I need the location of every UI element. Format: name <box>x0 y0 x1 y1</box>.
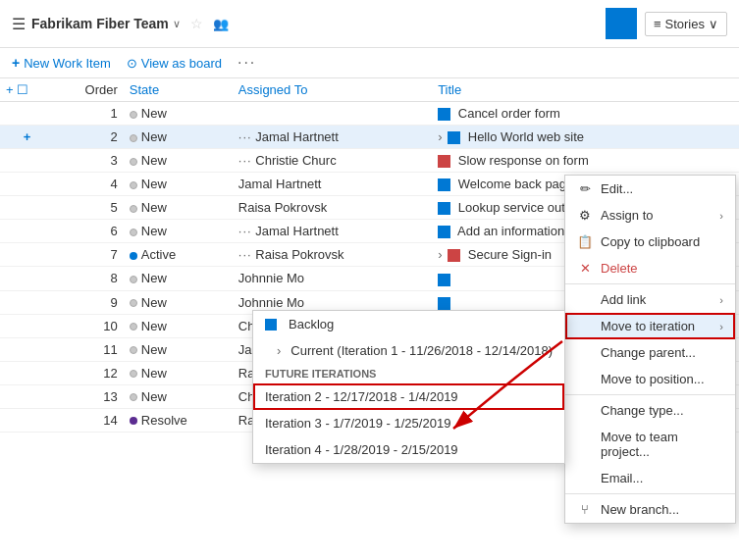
state-dot <box>130 276 137 283</box>
row-state: Resolve <box>124 408 233 432</box>
submenu-arrow-icon: › <box>719 294 723 306</box>
state-dot <box>130 111 137 119</box>
context-menu-item[interactable]: Change parent... <box>565 339 735 366</box>
toolbar: + New Work Item ⊙ View as board ··· <box>0 48 739 78</box>
work-item-type-icon <box>438 226 450 238</box>
stories-dropdown-icon: ∨ <box>709 17 718 31</box>
row-title[interactable]: › Hello World web site <box>432 126 739 149</box>
menu-item-icon: ✕ <box>577 261 593 276</box>
row-order: 6 <box>54 220 124 243</box>
submenu-item[interactable]: Iteration 4 - 1/28/2019 - 2/15/2019 <box>253 436 564 463</box>
col-order-header[interactable]: Order <box>54 78 124 102</box>
row-dots-btn[interactable]: ··· <box>238 247 252 262</box>
menu-item-label: Move to team project... <box>601 430 723 459</box>
row-order: 11 <box>54 337 124 361</box>
view-as-board-label: View as board <box>141 56 222 71</box>
work-item-type-icon <box>438 178 450 191</box>
row-expand-icon[interactable]: › <box>438 129 442 144</box>
favorite-icon[interactable]: ☆ <box>190 16 203 31</box>
work-item-type-icon <box>448 249 460 262</box>
submenu-indent-arrow: › <box>277 343 281 358</box>
context-menu-item[interactable]: 📋 Copy to clipboard <box>565 229 735 255</box>
context-menu-item[interactable]: Change type... <box>565 397 735 424</box>
row-add-cell <box>0 102 54 126</box>
submenu-item[interactable]: Iteration 3 - 1/7/2019 - 1/25/2019 <box>253 410 564 436</box>
menu-item-label: Email... <box>601 471 723 485</box>
row-assigned <box>233 102 432 126</box>
submenu-item[interactable]: ›Current (Iteration 1 - 11/26/2018 - 12/… <box>253 337 564 364</box>
row-order: 5 <box>54 196 124 220</box>
context-menu-item[interactable]: ✕ Delete <box>565 255 735 281</box>
submenu-item-label: Current (Iteration 1 - 11/26/2018 - 12/1… <box>290 343 553 358</box>
context-menu-item[interactable]: Move to iteration › <box>565 313 735 339</box>
submenu-arrow-icon: › <box>719 321 723 332</box>
menu-item-label: Add link <box>601 292 712 307</box>
new-work-item-label: New Work Item <box>24 56 111 71</box>
context-menu-item[interactable]: Move to position... <box>565 366 735 392</box>
work-item-type-icon <box>438 202 450 215</box>
row-order: 14 <box>54 408 124 432</box>
work-item-type-icon <box>438 155 450 168</box>
submenu-arrow-icon: › <box>719 210 723 222</box>
row-dots-btn[interactable]: ··· <box>238 153 252 168</box>
state-dot <box>130 393 137 401</box>
row-state: New <box>124 173 233 196</box>
menu-icon: ☰ <box>12 15 26 33</box>
row-assigned: ··· Jamal Hartnett <box>233 220 432 243</box>
submenu-item[interactable]: Iteration 2 - 12/17/2018 - 1/4/2019 <box>253 383 564 410</box>
context-menu-item[interactable]: Move to team project... <box>565 424 735 465</box>
new-work-item-button[interactable]: + New Work Item <box>12 55 111 71</box>
row-add-cell <box>0 267 54 290</box>
context-menu-item[interactable]: ⚙ Assign to › <box>565 202 735 229</box>
state-dot <box>130 417 137 425</box>
col-assigned-header[interactable]: Assigned To <box>233 78 432 102</box>
context-menu-item[interactable]: ⑂ New branch... <box>565 496 735 523</box>
submenu-item-label: Iteration 4 - 1/28/2019 - 2/15/2019 <box>265 442 458 457</box>
table-row[interactable]: 3 New ··· Christie Churc Slow response o… <box>0 149 739 173</box>
context-menu-item[interactable]: ✏ Edit... <box>565 176 735 202</box>
table-row[interactable]: 1 New Cancel order form <box>0 102 739 126</box>
table-row[interactable]: + 2 New ··· Jamal Hartnett › Hello World… <box>0 126 739 149</box>
row-add-cell <box>0 290 54 314</box>
submenu-grid-icon <box>265 319 277 331</box>
submenu-item[interactable]: Backlog <box>253 311 564 337</box>
team-dropdown-icon[interactable]: ∨ <box>173 18 181 30</box>
col-title-header[interactable]: Title <box>432 78 739 102</box>
row-state: New <box>124 290 233 314</box>
col-state-header[interactable]: State <box>124 78 233 102</box>
row-order: 2 <box>54 126 124 149</box>
row-add-cell <box>0 337 54 361</box>
avatar <box>606 8 637 39</box>
menu-item-label: Edit... <box>601 181 723 196</box>
stories-button[interactable]: ≡ Stories ∨ <box>645 12 727 36</box>
people-icon[interactable]: 👥 <box>213 17 229 31</box>
context-menu-item[interactable]: Email... <box>565 465 735 491</box>
row-dots-btn[interactable]: ··· <box>238 129 252 144</box>
row-expand-icon[interactable]: › <box>438 247 442 262</box>
row-state: New <box>124 337 233 361</box>
iteration-submenu: Backlog›Current (Iteration 1 - 11/26/201… <box>252 310 565 464</box>
work-item-type-icon <box>438 274 450 286</box>
row-assigned: ··· Jamal Hartnett <box>233 126 432 149</box>
row-state: New <box>124 220 233 243</box>
row-assigned: ··· Christie Churc <box>233 149 432 173</box>
more-options-button[interactable]: ··· <box>238 54 256 72</box>
menu-item-label: New branch... <box>601 502 723 517</box>
row-title[interactable]: Cancel order form <box>432 102 739 126</box>
menu-item-label: Copy to clipboard <box>601 234 723 249</box>
context-menu-item[interactable]: Add link › <box>565 286 735 313</box>
add-row-icon[interactable]: + <box>24 129 31 144</box>
row-state: New <box>124 126 233 149</box>
submenu-section-label: FUTURE ITERATIONS <box>253 364 564 383</box>
view-as-board-button[interactable]: ⊙ View as board <box>127 56 222 71</box>
work-item-type-icon <box>448 131 460 144</box>
state-dot <box>130 205 137 213</box>
row-title[interactable]: Slow response on form <box>432 149 739 173</box>
menu-item-label: Assign to <box>601 208 712 223</box>
stories-icon: ≡ <box>654 17 661 31</box>
team-name: Fabrikam Fiber Team <box>31 16 169 31</box>
row-add-cell <box>0 408 54 432</box>
table-header: + ☐ Order State Assigned To Title <box>0 78 739 102</box>
row-dots-btn[interactable]: ··· <box>238 224 252 238</box>
row-order: 9 <box>54 290 124 314</box>
